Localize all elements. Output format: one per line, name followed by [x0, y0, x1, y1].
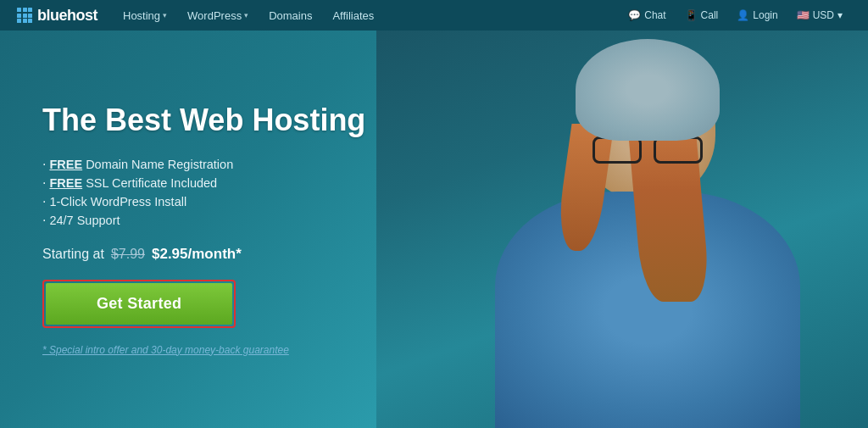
feature-item: FREE Domain Name Registration: [42, 158, 365, 171]
hero-person-image: [478, 39, 834, 428]
disclaimer-text: * Special intro offer and 30-day money-b…: [42, 344, 289, 356]
brand-name: bluehost: [37, 7, 97, 25]
navbar: bluehost Hosting ▾ WordPress ▾ Domains A…: [0, 0, 868, 31]
logo[interactable]: bluehost: [17, 7, 97, 25]
feature-item: FREE SSL Certificate Included: [42, 176, 365, 190]
chevron-down-icon: ▾: [244, 11, 248, 19]
chevron-down-icon: ▾: [837, 9, 843, 21]
flag-icon: 🇺🇸: [797, 9, 810, 21]
nav-right: 💬 Chat 📱 Call 👤 Login 🇺🇸 USD ▾: [620, 0, 851, 31]
get-started-button[interactable]: Get Started: [46, 283, 232, 325]
nav-affiliates[interactable]: Affiliates: [324, 0, 382, 31]
hero-content: The Best Web Hosting FREE Domain Name Re…: [0, 102, 408, 356]
hero-section: The Best Web Hosting FREE Domain Name Re…: [0, 31, 868, 428]
call-button[interactable]: 📱 Call: [676, 0, 727, 31]
nav-wordpress[interactable]: WordPress ▾: [179, 0, 257, 31]
feature-free-label: FREE: [49, 158, 82, 171]
hero-title: The Best Web Hosting: [42, 102, 365, 138]
feature-free-label: FREE: [49, 176, 82, 190]
new-price: $2.95/month*: [152, 246, 242, 263]
chat-icon: 💬: [628, 9, 641, 21]
nav-domains[interactable]: Domains: [260, 0, 320, 31]
person-glasses: [593, 136, 703, 160]
disclaimer-link[interactable]: * Special intro offer and 30-day money-b…: [42, 342, 365, 357]
nav-links: Hosting ▾ WordPress ▾ Domains Affiliates: [114, 0, 620, 31]
old-price: $7.99: [111, 247, 145, 262]
feature-item: 1-Click WordPress Install: [42, 195, 365, 208]
hero-features-list: FREE Domain Name Registration FREE SSL C…: [42, 158, 365, 227]
phone-icon: 📱: [685, 9, 698, 21]
logo-grid-icon: [17, 8, 32, 23]
chat-button[interactable]: 💬 Chat: [620, 0, 674, 31]
user-icon: 👤: [737, 9, 749, 21]
nav-hosting[interactable]: Hosting ▾: [114, 0, 175, 31]
login-button[interactable]: 👤 Login: [728, 0, 786, 31]
pricing-prefix: Starting at: [42, 247, 104, 262]
currency-selector[interactable]: 🇺🇸 USD ▾: [788, 0, 851, 31]
cta-wrapper: Get Started: [42, 280, 236, 328]
feature-item: 24/7 Support: [42, 214, 365, 227]
pricing-line: Starting at $7.99 $2.95/month*: [42, 246, 365, 263]
chevron-down-icon: ▾: [163, 11, 167, 19]
